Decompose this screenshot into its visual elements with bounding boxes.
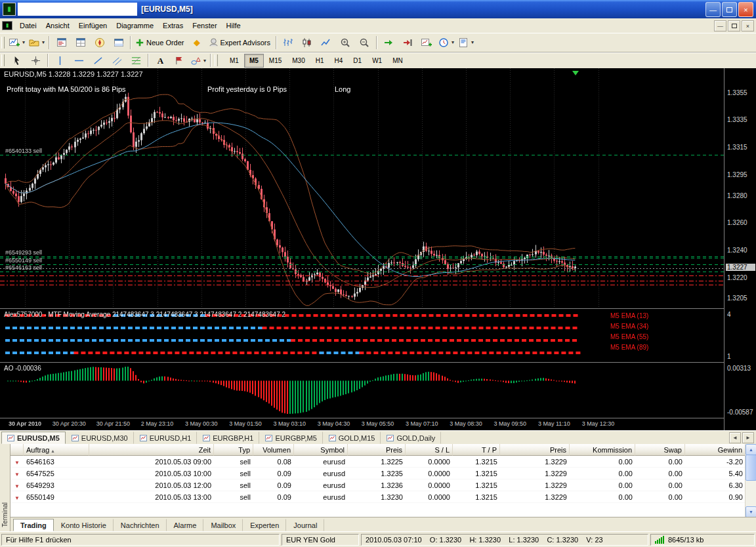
menu-item-ansicht[interactable]: Ansicht [41,20,74,31]
restore-button[interactable] [722,2,737,17]
chart-tab-gold-m15[interactable]: GOLD,M15 [323,432,381,444]
status-connection-panel[interactable]: 8645/13 kb [650,534,755,546]
tab-scroll-right-button[interactable]: ► [742,432,754,443]
terminal-column-zeit[interactable]: Zeit [89,444,214,456]
menu-item-fenster[interactable]: Fenster [188,20,221,31]
order-row[interactable]: ▼65492932010.05.03 12:00sell0.09eurusd1.… [10,479,746,491]
data-window-button[interactable] [71,35,90,51]
terminal-column-t-p[interactable]: T / P [453,444,500,456]
chart-tab-eurusd-h1[interactable]: EURUSD,H1 [134,432,198,444]
timeframe-mn-button[interactable]: MN [387,54,408,68]
menu-item-extras[interactable]: Extras [158,20,188,31]
pane-divider[interactable] [0,308,756,309]
ea-status-button[interactable]: ◆ [188,35,207,51]
new-chart-button[interactable]: ▾ [7,35,27,51]
menu-item-datei[interactable]: Datei [15,20,41,31]
shapes-button[interactable]: ▾ [189,52,208,68]
cursor-button[interactable] [7,52,26,68]
terminal-column-typ[interactable]: Typ [214,444,253,456]
zoom-out-button[interactable] [355,35,374,51]
terminal-column-gewinn[interactable]: Gewinn [685,444,746,456]
chart-tab-eurgbp-m5[interactable]: EURGBP,M5 [259,432,322,444]
chart-tab-eurgbp-h1[interactable]: EURGBP,H1 [197,432,259,444]
toolbar-grip[interactable] [215,54,218,66]
terminal-column-preis[interactable]: Preis [500,444,570,456]
terminal-tab-journal[interactable]: Journal [286,519,324,531]
channel-button[interactable] [108,52,127,68]
navigator-button[interactable] [90,35,109,51]
terminal-tab-mailbox[interactable]: Mailbox [203,519,243,531]
ao-indicator-canvas[interactable] [0,363,724,418]
horizontal-line-button[interactable] [70,52,89,68]
mdi-restore-button[interactable] [728,20,740,31]
chart-tab-gold-daily[interactable]: GOLD,Daily [381,432,441,444]
tab-scroll-left-button[interactable]: ◄ [729,432,741,443]
timeframe-h1-button[interactable]: H1 [310,54,329,68]
toolbar-grip[interactable] [1,54,5,66]
terminal-tab-konto-historie[interactable]: Konto Historie [54,519,114,531]
line-chart-button[interactable] [317,35,336,51]
timeframe-d1-button[interactable]: D1 [348,54,367,68]
new-order-button[interactable]: Neue Order [133,35,187,51]
chart-tab-eurusd-m30[interactable]: EURUSD,M30 [66,432,134,444]
timeframe-m1-button[interactable]: M1 [224,54,244,68]
menu-item-einf-gen[interactable]: Einfügen [74,20,112,31]
text-button[interactable]: A [151,52,170,68]
profiles-button[interactable]: ▾ [27,35,47,51]
close-button[interactable]: × [738,2,753,17]
menu-item-hilfe[interactable]: Hilfe [222,20,245,31]
trendline-button[interactable] [89,52,108,68]
pane-divider[interactable] [0,362,756,363]
vertical-line-button[interactable] [51,52,70,68]
timeframe-m15-button[interactable]: M15 [264,54,287,68]
bar-chart-button[interactable] [279,35,298,51]
crosshair-button[interactable] [26,52,45,68]
toolbar-grip[interactable] [1,37,5,49]
price-axis[interactable]: 1.33551.33351.33151.32951.32801.32601.32… [724,68,756,430]
market-watch-button[interactable] [52,35,71,51]
text-label-button[interactable] [170,52,189,68]
auto-scroll-button[interactable] [379,35,398,51]
scrollbar-thumb[interactable] [746,455,756,481]
terminal-side-tab[interactable]: Terminal [0,444,10,531]
candlestick-chart-button[interactable] [298,35,317,51]
terminal-tab-experten[interactable]: Experten [243,519,286,531]
terminal-tab-alarme[interactable]: Alarme [167,519,204,531]
order-row[interactable]: ▼65475252010.05.03 10:00sell0.09eurusd1.… [10,468,746,479]
minimize-button[interactable]: — [705,2,721,17]
terminal-tab-trading[interactable]: Trading [13,519,54,531]
timeframe-w1-button[interactable]: W1 [367,54,387,68]
indicators-button[interactable] [417,35,436,51]
expert-advisors-button[interactable]: Expert Advisors [207,35,274,51]
status-profile-panel[interactable]: EUR YEN Gold [282,534,359,546]
time-axis[interactable]: 30 Apr 201030 Apr 20:3030 Apr 21:502 May… [0,418,724,430]
terminal-column-volumen[interactable]: Volumen [253,444,294,456]
mdi-minimize-button[interactable]: — [714,20,726,31]
fibonacci-button[interactable] [127,52,146,68]
terminal-column-kommission[interactable]: Kommission [570,444,635,456]
terminal-column-symbol[interactable]: Symbol [294,444,348,456]
chart-tab-eurusd-m5[interactable]: EURUSD,M5 [1,432,66,444]
periods-button[interactable]: ▾ [436,35,456,51]
mdi-close-button[interactable]: × [742,20,754,31]
terminal-tab-nachrichten[interactable]: Nachrichten [114,519,167,531]
scroll-up-button[interactable]: ▲ [746,444,756,455]
terminal-toggle-button[interactable] [109,35,128,51]
terminal-column-preis[interactable]: Preis [348,444,406,456]
timeframe-m5-button[interactable]: M5 [244,54,264,68]
order-row[interactable]: ▼65461632010.05.03 09:00sell0.08eurusd1.… [10,456,746,468]
timeframe-m30-button[interactable]: M30 [287,54,310,68]
terminal-column-s-l[interactable]: S / L [406,444,453,456]
zoom-in-button[interactable] [336,35,355,51]
price-chart-canvas[interactable] [0,68,724,308]
scroll-down-button[interactable]: ▼ [746,506,756,517]
terminal-scrollbar[interactable]: ▲ ▼ [745,444,756,517]
terminal-column-auftrag[interactable]: Auftrag▴ [24,444,89,456]
chart-shift-button[interactable] [398,35,417,51]
time-axis-label: 3 May 09:50 [494,420,526,427]
order-row[interactable]: ▼65501492010.05.03 13:00sell0.09eurusd1.… [10,491,746,503]
menu-item-diagramme[interactable]: Diagramme [112,20,158,31]
templates-button[interactable]: ▾ [456,35,476,51]
timeframe-h4-button[interactable]: H4 [329,54,348,68]
terminal-column-swap[interactable]: Swap [635,444,685,456]
